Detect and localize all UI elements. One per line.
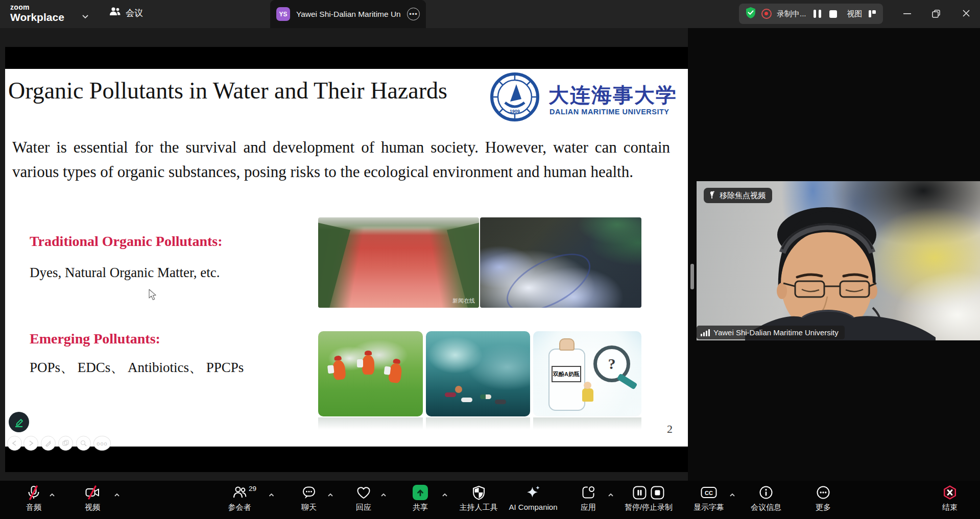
network-signal-icon xyxy=(701,329,710,336)
panel-resize-handle[interactable] xyxy=(690,264,694,289)
meetings-tab[interactable]: 会议 xyxy=(109,6,143,20)
end-meeting-icon xyxy=(942,485,958,500)
recording-label: 录制中... xyxy=(777,9,806,19)
toolbar-meeting-info[interactable]: 会议信息 xyxy=(751,485,781,512)
slide-title: Organic Pollutants in Water and Their Ha… xyxy=(8,77,447,104)
people-group-icon xyxy=(109,6,121,20)
participants-icon xyxy=(232,485,247,500)
share-screen-icon xyxy=(413,485,428,500)
heart-reaction-icon xyxy=(356,485,371,500)
share-letterbox-top xyxy=(5,47,688,69)
participant-count-badge: 29 xyxy=(249,485,256,492)
annotate-pencil-button[interactable] xyxy=(9,412,29,432)
share-letterbox-bottom xyxy=(5,447,688,472)
toolbar-apps[interactable]: 应用 xyxy=(581,485,596,512)
toolbar-reactions[interactable]: 回应 xyxy=(356,485,371,512)
toolbar-share[interactable]: 共享 xyxy=(413,485,428,512)
meeting-toolbar: 音频 视频 参会者 29 xyxy=(0,481,980,519)
toolbar-end-meeting[interactable]: 结束 xyxy=(942,485,958,512)
section-heading-emerging: Emerging Pollutants: xyxy=(30,331,160,347)
toolbar-pause-stop-recording[interactable]: 暂停/停止录制 xyxy=(625,485,673,512)
more-ellipsis-icon xyxy=(816,485,830,500)
section-body-emerging: POPs、 EDCs、 Antibiotics、 PPCPs xyxy=(30,358,244,377)
info-icon xyxy=(759,485,773,500)
stop-recording-icon xyxy=(651,486,664,500)
section-heading-traditional: Traditional Organic Pollutants: xyxy=(30,233,223,250)
view-menu[interactable]: 视图 xyxy=(847,9,863,19)
participant-name-label: Yawei Shi-Dalian Maritime University xyxy=(697,326,845,339)
remove-spotlight-button[interactable]: 移除焦点视频 xyxy=(704,188,772,203)
tab-title: Yawei Shi-Dalian Maritime Univer xyxy=(296,10,401,19)
restore-button[interactable] xyxy=(931,9,941,20)
toolbar-participants[interactable]: 参会者 29 xyxy=(228,485,251,512)
speaker-video-tile[interactable]: 移除焦点视频 Yawei Shi-Dalian Maritime Univers… xyxy=(697,181,980,340)
next-slide-button[interactable] xyxy=(23,436,38,451)
toolbar-audio[interactable]: 音频 xyxy=(26,485,41,512)
pin-icon xyxy=(708,191,715,201)
toolbar-ai-companion[interactable]: AI Companion xyxy=(509,485,557,511)
participants-options-chevron[interactable] xyxy=(268,490,274,499)
view-layout-icon[interactable] xyxy=(869,10,876,17)
avatar: YS xyxy=(276,7,290,21)
apps-options-chevron[interactable] xyxy=(608,490,614,499)
pen-tool-button[interactable] xyxy=(41,436,56,451)
svg-text:CC: CC xyxy=(705,490,713,496)
chevron-down-icon[interactable] xyxy=(82,12,89,21)
camera-muted-icon xyxy=(85,485,100,500)
chat-options-chevron[interactable] xyxy=(327,490,333,499)
photo-blue-industrial-waste xyxy=(480,217,641,308)
slide-page-number: 2 xyxy=(667,423,673,436)
apps-icon xyxy=(581,485,595,500)
host-tools-shield-icon xyxy=(471,485,486,500)
slide-paragraph: Water is essential for the survival and … xyxy=(12,135,670,184)
close-button[interactable] xyxy=(962,9,970,19)
toolbar-video[interactable]: 视频 xyxy=(85,485,100,512)
zoom-workplace-logo: zoom Workplace xyxy=(10,4,64,22)
zoom-magnifier-button[interactable] xyxy=(76,436,91,451)
previous-slide-button[interactable] xyxy=(7,436,22,451)
pause-recording-button[interactable] xyxy=(814,10,821,18)
university-emblem-logo: 1909 xyxy=(490,72,540,124)
minimize-button[interactable] xyxy=(903,9,912,20)
meetings-tab-label: 会议 xyxy=(126,7,143,19)
cartoon-baby-bottle: 双酚A奶瓶 xyxy=(548,349,585,411)
app-titlebar: zoom Workplace 会议 YS Yawei Shi-Dalian Ma… xyxy=(0,0,980,28)
bottle-label: 双酚A奶瓶 xyxy=(552,366,581,382)
more-slide-options-button[interactable]: ooo xyxy=(93,436,111,451)
remove-spotlight-label: 移除焦点视频 xyxy=(720,191,766,201)
recording-status-pill: 录制中... 视图 xyxy=(739,4,883,24)
ai-sparkle-icon xyxy=(525,485,541,500)
cartoon-child xyxy=(582,388,593,402)
video-options-chevron[interactable] xyxy=(114,490,120,499)
section-body-traditional: Dyes, Natural Organic Matter, etc. xyxy=(30,265,220,281)
university-name-chinese: 大连海事大学 xyxy=(548,81,677,109)
toolbar-captions[interactable]: CC 显示字幕 xyxy=(694,485,724,512)
toolbar-host-tools[interactable]: 主持人工具 xyxy=(460,485,498,512)
recording-dot-icon xyxy=(761,9,772,19)
participant-name: Yawei Shi-Dalian Maritime University xyxy=(713,328,839,337)
captions-options-chevron[interactable] xyxy=(729,490,735,499)
emblem-year: 1909 xyxy=(510,109,520,114)
security-shield-icon[interactable] xyxy=(745,7,756,21)
stop-recording-button[interactable] xyxy=(829,10,837,18)
shared-slide: Organic Pollutants in Water and Their Ha… xyxy=(5,69,688,447)
photo-pharmaceutical-pills xyxy=(426,331,530,416)
mic-muted-icon xyxy=(26,485,41,500)
photo-bpa-bottle-cartoon: 双酚A奶瓶 ? xyxy=(533,331,641,416)
toolbar-chat[interactable]: 聊天 xyxy=(301,485,317,512)
pause-recording-icon xyxy=(633,486,647,500)
photo-red-river: 新闻在线 xyxy=(318,217,479,308)
meeting-window-tab[interactable]: YS Yawei Shi-Dalian Maritime Univer ••• xyxy=(270,0,426,28)
share-options-chevron[interactable] xyxy=(442,490,448,499)
tab-options-icon[interactable]: ••• xyxy=(407,8,420,20)
reactions-options-chevron[interactable] xyxy=(380,490,387,499)
photo-watermark: 新闻在线 xyxy=(452,297,475,305)
captions-cc-icon: CC xyxy=(701,485,717,500)
slide-browser-button[interactable] xyxy=(58,436,73,451)
chat-bubble-icon xyxy=(302,485,316,500)
speaker-portrait xyxy=(697,181,980,340)
toolbar-more[interactable]: 更多 xyxy=(816,485,831,512)
audio-options-chevron[interactable] xyxy=(49,490,55,499)
university-name-english: DALIAN MARITIME UNIVERSITY xyxy=(549,108,670,116)
photo-pesticide-spraying xyxy=(318,331,423,416)
